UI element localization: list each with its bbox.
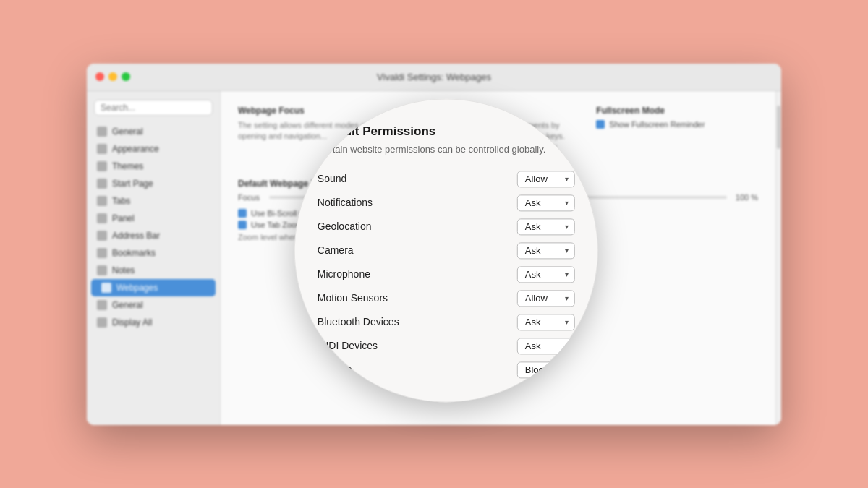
bi-scroll-checkbox[interactable]: [238, 209, 247, 218]
perm-value: Ask: [525, 245, 541, 256]
tabs-icon: [97, 196, 107, 206]
magnify-circle: Default Permissions Certain website perm…: [294, 98, 598, 402]
perm-value: Ask: [525, 197, 541, 208]
sidebar-item-panel[interactable]: Panel: [87, 210, 220, 227]
permission-row: MicrophoneAsk▾: [318, 266, 575, 283]
fullscreen-button[interactable]: [122, 72, 130, 81]
panel-icon: [97, 213, 107, 223]
permission-row: Motion SensorsAllow▾: [318, 290, 575, 307]
fullscreen-checkbox-row: Show Fullscreen Reminder: [596, 120, 758, 129]
perm-select-sound[interactable]: Allow▾: [517, 171, 575, 187]
webpages-icon: [101, 283, 111, 293]
sidebar-item-general[interactable]: General: [87, 123, 220, 140]
address-icon: [97, 231, 107, 241]
sidebar-item-themes[interactable]: Themes: [87, 158, 220, 175]
perm-label-sound: Sound: [318, 174, 346, 185]
perm-value: Ask: [525, 221, 541, 232]
perm-select-camera[interactable]: Ask▾: [517, 242, 575, 259]
perm-label-bluetooth-devices: Bluetooth Devices: [318, 317, 399, 328]
traffic-lights: [95, 72, 130, 81]
sidebar-item-appearance[interactable]: Appearance: [87, 140, 220, 158]
perm-value: Allow: [525, 293, 548, 304]
fullscreen-reminder-checkbox[interactable]: [596, 120, 605, 129]
perm-value: Ask: [525, 269, 541, 280]
perm-select-bluetooth-devices[interactable]: Ask▾: [517, 314, 575, 330]
perm-value: Allow: [525, 174, 548, 184]
chevron-down-icon: ▾: [565, 294, 569, 302]
general-icon: [97, 127, 107, 137]
perm-select-microphone[interactable]: Ask▾: [517, 266, 575, 283]
perm-label-microphone: Microphone: [318, 269, 370, 281]
perm-select-notifications[interactable]: Ask▾: [517, 194, 575, 211]
sidebar-item-tabs[interactable]: Tabs: [87, 192, 220, 210]
permission-row: GeolocationAsk▾: [318, 218, 575, 235]
chevron-down-icon: ▾: [565, 270, 569, 278]
zoom-value: 100 %: [733, 193, 758, 202]
chevron-down-icon: ▾: [565, 318, 569, 326]
permission-row: CameraAsk▾: [318, 242, 575, 259]
general2-icon: [97, 300, 107, 310]
close-button[interactable]: [95, 72, 104, 81]
perm-value: Ask: [525, 341, 541, 351]
minimize-button[interactable]: [109, 72, 117, 81]
sidebar-item-displayall[interactable]: Display All: [87, 314, 220, 331]
perm-label-camera: Camera: [318, 245, 354, 257]
perm-select-geolocation[interactable]: Ask▾: [517, 218, 575, 235]
display-icon: [97, 317, 107, 328]
permission-row: Bluetooth DevicesAsk▾: [318, 314, 575, 330]
sidebar-item-bookmarks[interactable]: Bookmarks: [87, 244, 220, 262]
sidebar-item-general2[interactable]: General: [87, 296, 220, 314]
zoom-from-label: Focus: [238, 193, 263, 202]
fullscreen-reminder-label: Show Fullscreen Reminder: [609, 120, 705, 129]
permission-row: MIDI DevicesAsk▾: [318, 338, 575, 354]
chevron-down-icon: ▾: [565, 175, 569, 183]
window-title: Vivaldi Settings: Webpages: [377, 72, 491, 82]
perm-select-motion-sensors[interactable]: Allow▾: [517, 290, 575, 307]
scrollbar[interactable]: [775, 91, 781, 425]
sidebar-item-addressbar[interactable]: Address Bar: [87, 227, 220, 244]
chevron-down-icon: ▾: [565, 199, 569, 207]
fullscreen-title: Fullscreen Mode: [596, 106, 758, 116]
perm-value: Ask: [525, 317, 541, 328]
permissions-subtitle: Certain website permissions can be contr…: [318, 143, 575, 156]
webpage-focus-title: Webpage Focus: [238, 106, 400, 116]
tab-zoom-checkbox[interactable]: [238, 221, 247, 229]
scrollbar-thumb[interactable]: [777, 106, 780, 149]
sidebar-item-webpages[interactable]: Webpages: [91, 279, 216, 296]
startpage-icon: [97, 179, 107, 189]
themes-icon: [97, 161, 107, 171]
chevron-down-icon: ▾: [565, 247, 569, 254]
perm-label-notifications: Notifications: [318, 197, 373, 209]
perm-label-motion-sensors: Motion Sensors: [318, 293, 388, 304]
permission-row: SoundAllow▾: [318, 171, 575, 187]
title-bar: Vivaldi Settings: Webpages: [87, 64, 781, 91]
fullscreen-section: Fullscreen Mode Show Fullscreen Reminder: [596, 106, 758, 165]
sidebar-item-notes[interactable]: Notes: [87, 262, 220, 279]
permissions-list: SoundAllow▾NotificationsAsk▾GeolocationA…: [318, 171, 575, 385]
chevron-down-icon: ▾: [565, 223, 569, 231]
notes-icon: [97, 265, 107, 275]
permission-row: NotificationsAsk▾: [318, 194, 575, 211]
perm-label-geolocation: Geolocation: [318, 221, 372, 233]
appearance-icon: [97, 144, 107, 154]
tab-zoom-label: Use Tab Zoom: [251, 221, 302, 229]
search-input[interactable]: [94, 100, 213, 116]
bookmarks-icon: [97, 248, 107, 258]
sidebar: General Appearance Themes Start Page Tab…: [87, 91, 221, 425]
sidebar-item-startpage[interactable]: Start Page: [87, 175, 220, 192]
